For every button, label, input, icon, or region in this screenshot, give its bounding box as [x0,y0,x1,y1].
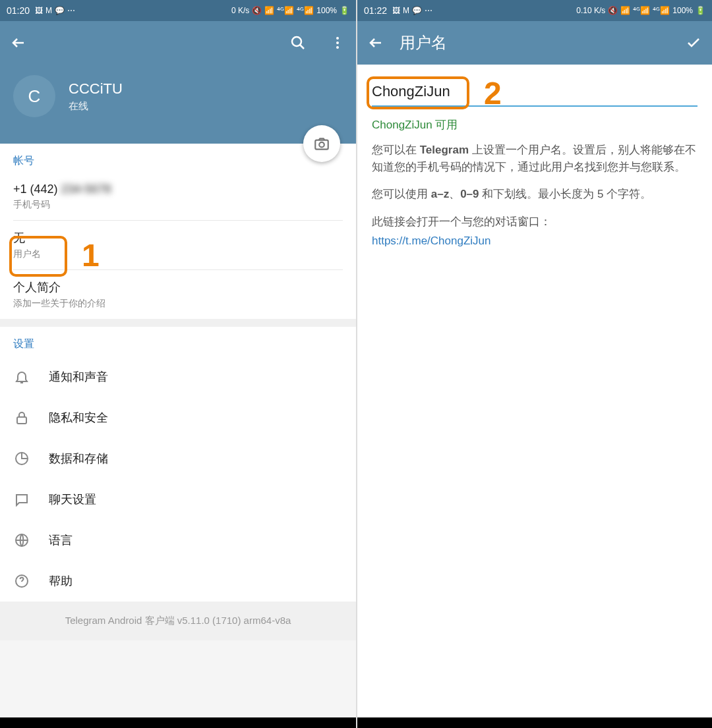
settings-notifications[interactable]: 通知和声音 [0,356,356,397]
phone-redacted: 234-5678 [61,182,111,196]
search-button[interactable] [290,35,306,51]
bell-icon [13,368,30,385]
username-field[interactable] [372,76,697,107]
svg-point-0 [292,37,301,46]
annotation-number-2: 2 [484,75,502,111]
status-notif-icons: 🖼 M 💬 ⋯ [35,6,75,15]
bio-row[interactable]: 个人简介 添加一些关于你的介绍 [0,270,356,319]
mute-icon: 🔇 [252,6,262,15]
status-notif-icons: 🖼 M 💬 ⋯ [392,6,432,15]
mail-icon: M [403,6,409,15]
settings-data[interactable]: 数据和存储 [0,438,356,479]
toolbar: 用户名 [357,21,712,65]
lock-icon [13,409,30,426]
wifi-icon: 📶 [620,6,630,15]
chat-bubble-icon [13,491,30,508]
battery-text: 100% [672,6,693,15]
battery-icon: 🔋 [696,6,705,15]
battery-text: 100% [316,6,337,15]
profile-name: CCCiTU [69,80,123,98]
avatar[interactable]: C [13,75,55,117]
more-icon: ⋯ [425,6,432,15]
svg-point-3 [336,46,339,49]
status-time: 01:20 [7,5,30,16]
back-button[interactable] [368,35,384,51]
battery-icon: 🔋 [340,6,349,15]
signal-4g-icon: ⁴ᴳ📶 [633,6,650,15]
status-bar: 01:22 🖼 M 💬 ⋯ 0.10 K/s 🔇 📶 ⁴ᴳ📶 ⁴ᴳ📶 100% … [357,0,712,21]
account-section: 帐号 +1 (442) 234-5678 手机号码 无 用户名 个人简介 添加一… [0,144,356,319]
settings-help[interactable]: 帮助 [0,561,356,602]
right-screen: 01:22 🖼 M 💬 ⋯ 0.10 K/s 🔇 📶 ⁴ᴳ📶 ⁴ᴳ📶 100% … [356,0,712,728]
help-text-3: 此链接会打开一个与您的对话窗口： [372,213,697,231]
toolbar [0,21,356,65]
status-bar: 01:20 🖼 M 💬 ⋯ 0 K/s 🔇 📶 ⁴ᴳ📶 ⁴ᴳ📶 100% 🔋 [0,0,356,21]
settings-language[interactable]: 语言 [0,520,356,561]
help-icon [13,573,30,590]
annotation-number-1: 1 [82,237,100,273]
pie-icon [13,450,30,467]
signal-4g-icon-2: ⁴ᴳ📶 [653,6,670,15]
chat-icon: 💬 [412,6,422,15]
username-editor: ChongZiJun 可用 您可以在 Telegram 上设置一个用户名。设置后… [357,65,712,272]
username-value: 无 [13,230,343,246]
username-input[interactable] [372,83,697,100]
version-footer: Telegram Android 客户端 v5.11.0 (1710) arm6… [0,602,356,640]
help-text-2: 您可以使用 a–z、0–9 和下划线。最小长度为 5 个字符。 [372,186,697,203]
profile-status: 在线 [69,100,123,113]
phone-prefix: +1 (442) [13,182,58,196]
settings-section: 设置 通知和声音 隐私和安全 数据和存储 聊天设置 [0,327,356,602]
android-navbar [0,717,356,728]
profile-header: C CCCiTU 在线 [0,65,356,144]
signal-4g-icon-2: ⁴ᴳ📶 [297,6,314,15]
more-icon: ⋯ [67,6,75,15]
account-header: 帐号 [0,144,356,173]
net-speed: 0 K/s [231,6,249,15]
phone-row[interactable]: +1 (442) 234-5678 手机号码 [0,173,356,220]
android-navbar [357,717,712,728]
signal-4g-icon: ⁴ᴳ📶 [277,6,294,15]
svg-rect-6 [17,417,26,424]
help-text-1: 您可以在 Telegram 上设置一个用户名。设置后，别人将能够在不知道您的手机… [372,142,697,175]
username-label: 用户名 [13,248,343,260]
svg-rect-4 [315,140,328,150]
left-screen: 01:20 🖼 M 💬 ⋯ 0 K/s 🔇 📶 ⁴ᴳ📶 ⁴ᴳ📶 100% 🔋 [0,0,356,728]
status-time: 01:22 [364,5,387,16]
mail-icon: M [45,6,52,15]
net-speed: 0.10 K/s [576,6,605,15]
globe-icon [13,532,30,549]
mute-icon: 🔇 [608,6,618,15]
camera-fab[interactable] [303,125,340,162]
picture-icon: 🖼 [35,6,43,15]
bio-hint: 添加一些关于你的介绍 [13,298,343,310]
username-available: ChongZiJun 可用 [372,117,697,132]
svg-point-1 [336,37,339,40]
bio-title: 个人简介 [13,279,343,295]
settings-header: 设置 [0,327,356,356]
menu-button[interactable] [330,35,345,51]
back-button[interactable] [11,35,26,51]
picture-icon: 🖼 [392,6,400,15]
settings-chat[interactable]: 聊天设置 [0,479,356,520]
svg-point-2 [336,42,339,44]
toolbar-title: 用户名 [400,32,670,53]
phone-label: 手机号码 [13,199,343,211]
confirm-button[interactable] [686,35,701,51]
wifi-icon: 📶 [264,6,274,15]
username-row[interactable]: 无 用户名 [0,221,356,269]
settings-privacy[interactable]: 隐私和安全 [0,397,356,438]
profile-link[interactable]: https://t.me/ChongZiJun [372,233,697,250]
svg-point-5 [319,142,324,148]
chat-icon: 💬 [55,6,65,15]
